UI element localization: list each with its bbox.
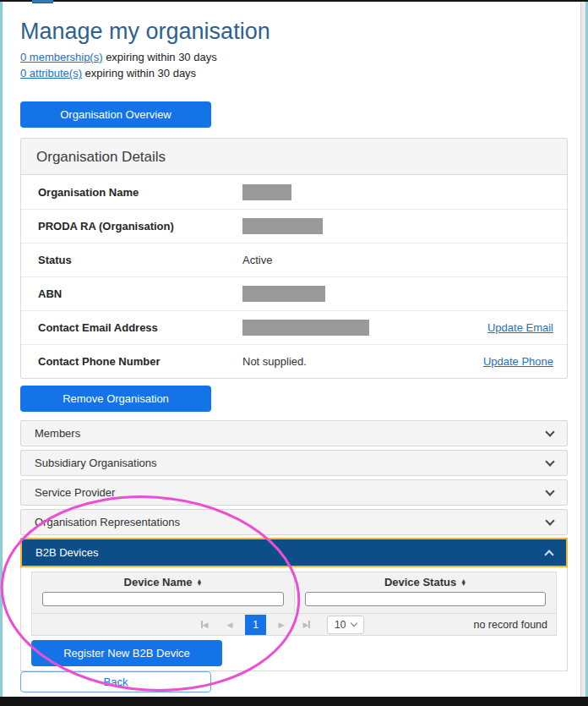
device-status-sort-header[interactable]: Device Status ▲▼ bbox=[384, 572, 466, 592]
column-label: Device Name bbox=[124, 576, 193, 588]
chevron-down-icon bbox=[545, 457, 554, 466]
window-border-left bbox=[0, 2, 3, 697]
attribute-expiry-line: 0 attribute(s) expiring within 30 days bbox=[20, 67, 196, 79]
detail-row-contact-email: Contact Email Address Update Email bbox=[21, 310, 567, 344]
detail-row-organisation-name: Organisation Name bbox=[21, 175, 567, 209]
pagination-previous-icon[interactable]: ◀ bbox=[220, 616, 240, 634]
page-size-select[interactable]: 10 bbox=[327, 616, 364, 634]
chevron-down-icon bbox=[545, 486, 554, 495]
device-status-column: Device Status ▲▼ bbox=[294, 572, 556, 614]
pagination-current-page[interactable]: 1 bbox=[245, 615, 266, 635]
accordion-service-provider[interactable]: Service Provider bbox=[20, 479, 568, 506]
column-label: Device Status bbox=[384, 576, 456, 588]
window-border-bottom bbox=[0, 697, 588, 706]
update-phone-link[interactable]: Update Phone bbox=[483, 355, 553, 368]
organisation-overview-button[interactable]: Organisation Overview bbox=[20, 101, 211, 128]
accordion-subsidiary-organisations[interactable]: Subsidiary Organisations bbox=[20, 450, 568, 476]
detail-label: ABN bbox=[21, 287, 242, 300]
detail-label: Organisation Name bbox=[21, 186, 242, 199]
attribute-expiry-text: expiring within 30 days bbox=[82, 67, 196, 79]
no-record-status: no record found bbox=[473, 619, 547, 631]
sort-icon: ▲▼ bbox=[460, 579, 466, 586]
b2b-devices-table: Device Name ▲▼ Device Status ▲▼ ◀ ◀ bbox=[31, 572, 557, 636]
manage-organisation-page: Manage my organisation 0 membership(s) e… bbox=[0, 0, 588, 706]
pagination-last-icon[interactable]: ▶ bbox=[297, 616, 317, 634]
accordion-label: Members bbox=[35, 427, 80, 440]
pagination-first-icon[interactable]: ◀ bbox=[194, 616, 215, 634]
detail-row-proda-ra: PRODA RA (Organisation) bbox=[21, 209, 567, 243]
accordion-label: Organisation Representations bbox=[35, 516, 180, 528]
chevron-down-icon bbox=[545, 427, 554, 436]
back-button[interactable]: Back bbox=[20, 671, 211, 692]
accordion-organisation-representations[interactable]: Organisation Representations bbox=[20, 509, 568, 535]
redacted-value bbox=[242, 320, 369, 336]
pagination-next-icon[interactable]: ▶ bbox=[271, 616, 291, 634]
chevron-up-icon bbox=[544, 550, 553, 559]
redacted-value bbox=[242, 218, 323, 234]
phone-value: Not supplied. bbox=[242, 355, 307, 368]
b2b-devices-panel: Device Name ▲▼ Device Status ▲▼ ◀ ◀ bbox=[20, 567, 568, 671]
accordion-label: Service Provider bbox=[35, 486, 115, 499]
detail-label: Status bbox=[21, 254, 242, 266]
register-new-b2b-device-button[interactable]: Register New B2B Device bbox=[31, 640, 222, 666]
status-value: Active bbox=[242, 254, 272, 266]
detail-label: PRODA RA (Organisation) bbox=[21, 220, 242, 233]
detail-row-contact-phone: Contact Phone Number Not supplied. Updat… bbox=[21, 344, 567, 378]
detail-row-status: Status Active bbox=[21, 243, 567, 276]
accordion-label: Subsidiary Organisations bbox=[35, 457, 157, 469]
update-email-link[interactable]: Update Email bbox=[487, 321, 553, 334]
membership-expiry-link[interactable]: 0 membership(s) bbox=[20, 51, 103, 63]
membership-expiry-line: 0 membership(s) expiring within 30 days bbox=[20, 51, 217, 63]
remove-organisation-button[interactable]: Remove Organisation bbox=[20, 386, 211, 412]
chevron-down-icon bbox=[545, 516, 554, 525]
device-name-sort-header[interactable]: Device Name ▲▼ bbox=[124, 572, 203, 592]
accordion-b2b-devices-expanded[interactable]: B2B Devices bbox=[20, 538, 568, 567]
device-name-filter-input[interactable] bbox=[42, 592, 283, 606]
page-title: Manage my organisation bbox=[20, 19, 270, 45]
device-status-filter-input[interactable] bbox=[305, 592, 545, 606]
clipped-nav-tab-fragment bbox=[32, 0, 53, 3]
sort-icon: ▲▼ bbox=[197, 579, 203, 586]
accordion-members[interactable]: Members bbox=[20, 420, 568, 446]
accordion-label: B2B Devices bbox=[35, 546, 98, 559]
detail-row-abn: ABN bbox=[21, 276, 567, 310]
detail-label: Contact Phone Number bbox=[21, 355, 242, 368]
detail-label: Contact Email Address bbox=[21, 321, 242, 334]
device-name-column: Device Name ▲▼ bbox=[32, 572, 294, 614]
organisation-details-panel: Organisation Details Organisation Name P… bbox=[20, 138, 568, 379]
pagination-bar: ◀ ◀ 1 ▶ ▶ 10 no record found bbox=[32, 613, 556, 635]
chevron-down-icon bbox=[351, 620, 357, 627]
redacted-value bbox=[242, 286, 325, 302]
page-size-value: 10 bbox=[335, 619, 346, 631]
membership-expiry-text: expiring within 30 days bbox=[103, 51, 217, 63]
organisation-details-heading: Organisation Details bbox=[21, 139, 567, 175]
attribute-expiry-link[interactable]: 0 attribute(s) bbox=[20, 67, 82, 79]
redacted-value bbox=[242, 184, 291, 200]
window-border-top bbox=[0, 0, 588, 2]
